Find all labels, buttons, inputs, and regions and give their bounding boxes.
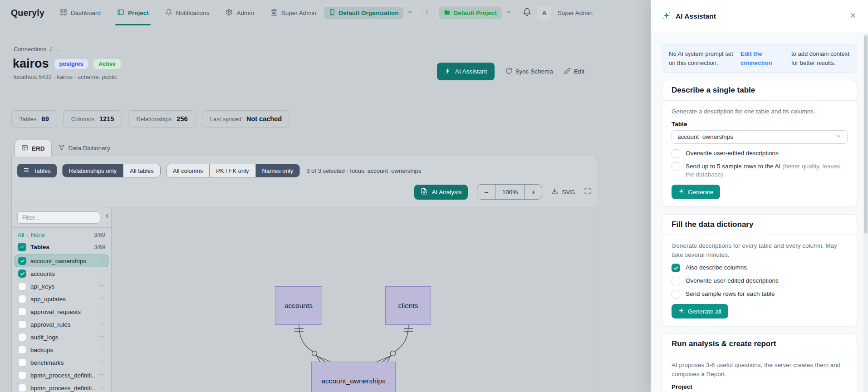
table-row[interactable]: account_ownerships: [15, 255, 108, 267]
tables-group-row[interactable]: Tables 3/69: [12, 240, 111, 254]
drag-handle-icon[interactable]: [99, 320, 105, 328]
erd-toolbar-filters: Tables Relationships only All tables All…: [17, 164, 591, 177]
connection-subtitle: localhost:5432 · kairos · schema: public: [14, 74, 117, 80]
row-checkbox[interactable]: [18, 308, 26, 316]
ai-assistant-button[interactable]: AI Assistant: [437, 63, 495, 80]
sample-rows-checkbox-row[interactable]: Send sample rows for each table: [672, 290, 848, 299]
drag-handle-icon[interactable]: [99, 308, 105, 316]
scope-segmented-control: Relationships only All tables: [62, 164, 161, 177]
zoom-out-button[interactable]: –: [477, 185, 495, 199]
checkbox-label: Send up to 5 sample rows to the AI (bett…: [686, 162, 848, 180]
sample-rows-checkbox-row[interactable]: Send up to 5 sample rows to the AI (bett…: [672, 162, 848, 180]
nav-item-admin[interactable]: Admin: [226, 0, 254, 25]
filter-input[interactable]: [17, 211, 100, 224]
notifications-bell-icon[interactable]: [523, 8, 531, 18]
zoom-in-button[interactable]: +: [524, 185, 542, 199]
row-checkbox[interactable]: [18, 320, 26, 328]
ai-analysis-button[interactable]: AI Analysis: [414, 185, 468, 200]
table-row[interactable]: benchmarks: [15, 356, 108, 369]
avatar[interactable]: A: [538, 6, 551, 20]
panel-header: AI Assistant: [651, 0, 868, 33]
nav-item-dashboard[interactable]: Dashboard: [60, 0, 101, 25]
close-icon[interactable]: [849, 12, 857, 21]
segment-all-columns[interactable]: All columns: [167, 164, 209, 177]
row-checkbox[interactable]: [18, 346, 26, 354]
select-all-link[interactable]: All: [18, 231, 24, 238]
checkbox[interactable]: [672, 277, 680, 285]
table-row[interactable]: app_updates: [15, 293, 108, 305]
org-selector[interactable]: Default Organization: [322, 5, 418, 21]
table-row[interactable]: bpmn_process_definiti...: [15, 369, 108, 382]
indeterminate-checkbox[interactable]: [18, 243, 26, 251]
generate-button[interactable]: Generate: [672, 185, 720, 199]
project-name: Default Project: [453, 10, 496, 16]
drag-handle-icon[interactable]: [99, 333, 105, 341]
drag-handle-icon[interactable]: [99, 384, 105, 392]
edit-button[interactable]: Edit: [564, 68, 584, 76]
segment-pk-fk-only[interactable]: PK / FK only: [209, 164, 255, 177]
tab-erd[interactable]: ERD: [15, 140, 52, 157]
segment-names-only[interactable]: Names only: [255, 164, 300, 177]
table-row[interactable]: backups: [15, 343, 108, 356]
table-row[interactable]: bpmn_process_definiti...: [15, 382, 108, 392]
drag-handle-icon[interactable]: [99, 270, 105, 278]
drag-handle-icon[interactable]: [99, 371, 105, 379]
row-checkbox[interactable]: [18, 333, 26, 341]
drag-handle-icon[interactable]: [99, 358, 105, 367]
table-row[interactable]: audit_logs: [15, 331, 108, 343]
table-row[interactable]: accounts: [15, 267, 108, 280]
nav-item-notifications[interactable]: Notifications: [165, 0, 210, 25]
drag-handle-icon[interactable]: [99, 346, 105, 354]
erd-node-accounts[interactable]: accounts: [275, 286, 322, 325]
describe-columns-checkbox-row[interactable]: Also describe columns: [672, 264, 848, 272]
row-checkbox[interactable]: [18, 358, 26, 367]
sync-schema-button[interactable]: Sync Schema: [505, 68, 553, 76]
breadcrumb-current: ...: [55, 46, 60, 53]
drag-handle-icon[interactable]: [99, 295, 105, 303]
drag-handle-icon[interactable]: [99, 257, 105, 265]
row-checkbox[interactable]: [18, 282, 26, 290]
select-none-link[interactable]: None: [31, 231, 45, 238]
drag-handle-icon[interactable]: [99, 282, 105, 290]
brand-logo: Queryly: [11, 0, 44, 25]
card-description: Generate a description for one table and…: [672, 107, 848, 116]
erd-node-account-ownerships[interactable]: account_ownerships: [311, 362, 396, 392]
row-checkbox[interactable]: [18, 384, 26, 392]
erd-node-clients[interactable]: clients: [385, 286, 431, 325]
row-checkbox[interactable]: [18, 270, 26, 278]
table-row[interactable]: api_keys: [15, 280, 108, 293]
erd-canvas[interactable]: accounts clients account_ownerships: [112, 207, 597, 392]
stat-value: 256: [177, 115, 187, 122]
tab-data-dictionary[interactable]: Data Dictionary: [52, 140, 117, 156]
project-selector[interactable]: Default Project: [436, 5, 516, 21]
segment-relationships-only[interactable]: Relationships only: [63, 164, 123, 177]
table-select[interactable]: account_ownerships: [672, 130, 848, 144]
checkbox[interactable]: [672, 264, 680, 272]
tables-toggle-button[interactable]: Tables: [17, 164, 57, 177]
checkbox[interactable]: [672, 290, 680, 299]
checkbox[interactable]: [672, 162, 680, 171]
table-name: audit_logs: [30, 334, 95, 341]
nav-item-super-admin[interactable]: Super Admin: [270, 0, 316, 25]
export-svg-button[interactable]: SVG: [551, 188, 575, 196]
nav-item-project[interactable]: Project: [117, 0, 149, 25]
card-description: Generate descriptions for every table an…: [672, 241, 848, 259]
table-row[interactable]: approval_rules: [15, 318, 108, 331]
collapse-sidebar-icon[interactable]: [104, 213, 110, 223]
nav-tabs: Dashboard Project Notifications Admin Su…: [60, 0, 316, 25]
overwrite-checkbox-row[interactable]: Overwrite user-edited descriptions: [672, 277, 848, 285]
row-checkbox[interactable]: [18, 257, 26, 265]
segment-all-tables[interactable]: All tables: [123, 164, 160, 177]
table-row[interactable]: approval_requests: [15, 305, 108, 318]
table-name: benchmarks: [30, 359, 95, 366]
row-checkbox[interactable]: [18, 371, 26, 379]
overwrite-checkbox-row[interactable]: Overwrite user-edited descriptions: [672, 149, 848, 158]
fullscreen-icon[interactable]: [584, 187, 591, 196]
checkbox[interactable]: [672, 149, 680, 158]
breadcrumb-root[interactable]: Connections: [14, 46, 46, 53]
generate-all-button[interactable]: Generate all: [672, 304, 728, 318]
edit-connection-link[interactable]: Edit the connection: [740, 49, 786, 67]
view-tabs: ERD Data Dictionary: [15, 140, 117, 156]
panel-scrollbar-thumb[interactable]: [864, 35, 868, 234]
row-checkbox[interactable]: [18, 295, 26, 303]
